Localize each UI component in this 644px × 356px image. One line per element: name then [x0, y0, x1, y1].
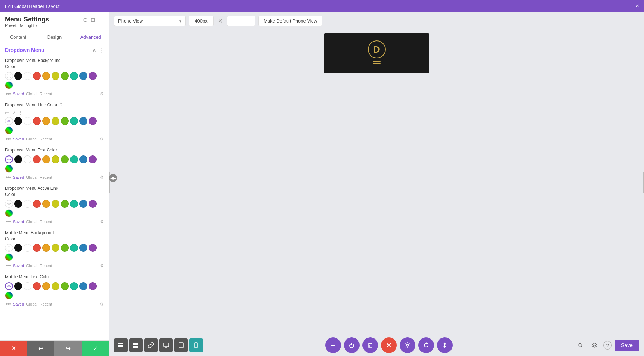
power-button[interactable]	[344, 337, 360, 353]
preset-label[interactable]: Preset: Bar Light ▾	[5, 23, 104, 28]
swatch-orange-line[interactable]	[42, 117, 50, 125]
more-section-icon[interactable]: ⋮	[98, 47, 104, 53]
recent-mobile-bg[interactable]: Recent	[40, 264, 52, 268]
swatch-black-mobile-text[interactable]	[14, 282, 22, 290]
swatch-black-active[interactable]	[14, 200, 22, 208]
swatch-custom-mobile-text[interactable]	[5, 292, 13, 299]
extra-input[interactable]	[227, 16, 255, 26]
move-button[interactable]	[437, 337, 453, 353]
gear-mobile-bg[interactable]: ⚙	[100, 263, 104, 268]
saved-line[interactable]: Saved	[13, 137, 24, 141]
swatch-purple-mobile-text[interactable]	[89, 282, 97, 290]
swatch-yellow-mobile-text[interactable]	[52, 282, 59, 290]
layers-button[interactable]	[589, 340, 600, 351]
global-active[interactable]: Global	[26, 220, 38, 224]
swatch-black-mobile-bg[interactable]	[14, 244, 22, 252]
cancel-button[interactable]: ✕	[0, 341, 27, 356]
swatch-blue-line[interactable]	[79, 117, 87, 125]
swatch-white-bg[interactable]	[24, 72, 31, 80]
swatch-purple-text[interactable]	[89, 155, 97, 163]
confirm-button[interactable]: ✓	[82, 341, 109, 356]
recent-text[interactable]: Recent	[40, 175, 52, 179]
tab-advanced[interactable]: Advanced	[73, 32, 109, 43]
link-button[interactable]	[144, 338, 158, 352]
recent-active[interactable]: Recent	[40, 220, 52, 224]
global-bg[interactable]: Global	[26, 92, 38, 96]
swatch-orange-mobile-text[interactable]	[42, 282, 50, 290]
redo-button[interactable]: ↪	[54, 341, 82, 356]
swatch-purple-mobile-bg[interactable]	[89, 244, 97, 252]
swatch-blue-mobile-bg[interactable]	[79, 244, 87, 252]
more-icon-line[interactable]: ⋮	[18, 110, 23, 116]
swatch-teal-text[interactable]	[70, 155, 78, 163]
swatch-orange-text[interactable]	[42, 155, 50, 163]
recent-line[interactable]: Recent	[40, 137, 52, 141]
grid-view-button[interactable]	[129, 338, 143, 352]
gear-line[interactable]: ⚙	[100, 136, 104, 141]
swatch-purple-line[interactable]	[89, 117, 97, 125]
clear-width-button[interactable]: ✕	[216, 16, 224, 26]
more-panel-icon[interactable]: ⋮	[98, 16, 104, 23]
width-input[interactable]	[189, 16, 214, 26]
swatch-custom-line[interactable]	[5, 126, 13, 134]
swatch-yellow-mobile-bg[interactable]	[52, 244, 59, 252]
swatch-white-text[interactable]	[24, 155, 31, 163]
swatch-yellow-line[interactable]	[52, 117, 59, 125]
swatch-green-mobile-bg[interactable]	[61, 244, 69, 252]
swatch-red-bg[interactable]	[33, 72, 41, 80]
help-icon-line[interactable]: ?	[60, 102, 62, 107]
undo-button[interactable]: ↩	[27, 341, 54, 356]
pencil-swatch-active[interactable]: ✏	[5, 200, 13, 208]
pencil-swatch-text[interactable]: ✏	[5, 155, 13, 163]
saved-mobile-text[interactable]: Saved	[13, 302, 24, 306]
global-mobile-bg[interactable]: Global	[26, 264, 38, 268]
split-panel-icon[interactable]: ⊟	[91, 16, 95, 23]
tab-content[interactable]: Content	[0, 32, 36, 43]
arrow-icon-line[interactable]: ↗	[12, 110, 16, 116]
swatch-red-mobile-bg[interactable]	[33, 244, 41, 252]
resize-handle-left[interactable]	[109, 172, 110, 193]
swatch-white-mobile-bg[interactable]	[24, 244, 31, 252]
swatch-blue-text[interactable]	[79, 155, 87, 163]
swatch-black-line[interactable]	[14, 117, 22, 125]
add-element-button[interactable]	[325, 337, 341, 353]
hamburger-menu[interactable]	[373, 61, 381, 66]
swatch-red-mobile-text[interactable]	[33, 282, 41, 290]
global-text[interactable]: Global	[26, 175, 38, 179]
swatch-teal-line[interactable]	[70, 117, 78, 125]
view-select[interactable]: Phone View Tablet View Desktop View	[114, 16, 186, 26]
pencil-swatch-mobile-text[interactable]: ✏	[5, 282, 13, 290]
swatch-custom-active[interactable]	[5, 209, 13, 217]
gear-text[interactable]: ⚙	[100, 175, 104, 180]
swatch-green-text[interactable]	[61, 155, 69, 163]
pencil-swatch-line[interactable]: ✏	[5, 117, 13, 125]
gear-mobile-text[interactable]: ⚙	[100, 302, 104, 307]
tablet-icon-line[interactable]: ▭	[5, 110, 10, 116]
swatch-green-bg[interactable]	[61, 72, 69, 80]
swatch-green-mobile-text[interactable]	[61, 282, 69, 290]
phone-view-button[interactable]	[189, 338, 203, 352]
swatch-blue-active[interactable]	[79, 200, 87, 208]
gear-bg[interactable]: ⚙	[100, 91, 104, 96]
swatch-custom-mobile-bg[interactable]	[5, 253, 13, 261]
swatch-white-line[interactable]	[24, 117, 31, 125]
list-view-button[interactable]	[114, 338, 128, 352]
gear-active[interactable]: ⚙	[100, 219, 104, 224]
swatch-red-text[interactable]	[33, 155, 41, 163]
saved-bg[interactable]: Saved	[13, 92, 24, 96]
swatch-custom-text[interactable]	[5, 165, 13, 173]
swatch-yellow-active[interactable]	[52, 200, 59, 208]
swatch-green-line[interactable]	[61, 117, 69, 125]
save-button[interactable]: Save	[615, 340, 639, 351]
collapse-icon[interactable]: ∧	[92, 47, 96, 53]
saved-active[interactable]: Saved	[13, 220, 24, 224]
swatch-black-bg[interactable]	[14, 72, 22, 80]
swatch-teal-mobile-text[interactable]	[70, 282, 78, 290]
swatch-yellow-bg[interactable]	[52, 72, 59, 80]
swatch-red-active[interactable]	[33, 200, 41, 208]
desktop-view-button[interactable]	[159, 338, 173, 352]
tablet-view-button[interactable]	[174, 338, 188, 352]
swatch-blue-mobile-text[interactable]	[79, 282, 87, 290]
swatch-green-active[interactable]	[61, 200, 69, 208]
tab-design[interactable]: Design	[36, 32, 72, 43]
